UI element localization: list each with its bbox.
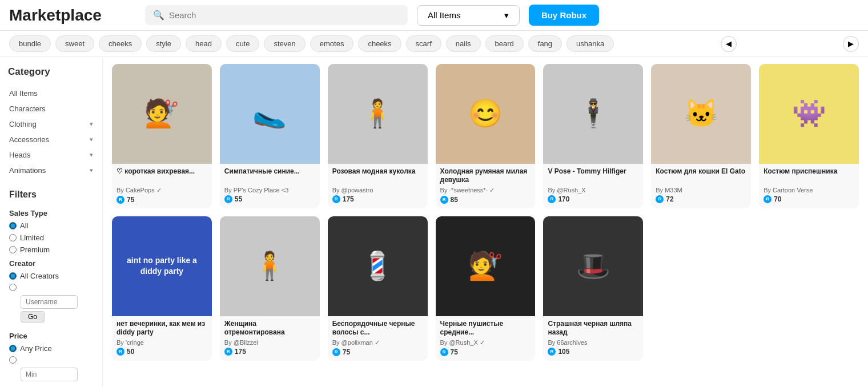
item-price-row: R72 bbox=[656, 195, 746, 203]
tag-chip[interactable]: fang bbox=[528, 35, 562, 52]
item-price-row: R175 bbox=[224, 348, 315, 356]
item-name: Симпатичные синие... bbox=[224, 167, 315, 186]
tag-chip[interactable]: cheeks bbox=[99, 35, 142, 52]
creator-all-option[interactable]: All Creators bbox=[5, 270, 98, 282]
sidebar-item-animations[interactable]: Animations bbox=[5, 163, 98, 178]
item-price-row: R50 bbox=[116, 348, 207, 356]
sidebar-item-clothing[interactable]: Clothing bbox=[5, 116, 98, 132]
tag-chip[interactable]: scarf bbox=[406, 35, 441, 52]
item-card[interactable]: 👾Костюм приспешникаBy Cartoon VerseR70 bbox=[759, 64, 859, 208]
item-name: Страшная черная шляпа назад bbox=[548, 320, 638, 338]
item-image-icon: 🧍 bbox=[360, 98, 395, 130]
item-card[interactable]: 😊Холодная румяная милая девушкаBy -*swee… bbox=[436, 64, 536, 208]
item-creator: By @Rush_X ✓ bbox=[440, 339, 531, 346]
item-name: Костюм для кошки El Gato bbox=[656, 167, 746, 186]
sales-all-option[interactable]: All bbox=[5, 220, 98, 232]
go-button[interactable]: Go bbox=[21, 311, 45, 322]
item-card[interactable]: 🕴V Pose - Tommy HilfigerBy @Rush_XR170 bbox=[543, 64, 643, 208]
tag-chip[interactable]: beard bbox=[485, 35, 524, 52]
item-image-icon: 💈 bbox=[360, 250, 395, 282]
item-name: ♡ короткая вихревая... bbox=[116, 167, 207, 186]
search-input[interactable] bbox=[169, 10, 400, 20]
item-price-value: 72 bbox=[666, 195, 673, 203]
sidebar-item-heads[interactable]: Heads bbox=[5, 147, 98, 163]
item-card[interactable]: 🐱Костюм для кошки El GatoBy M33MR72 bbox=[651, 64, 751, 208]
tag-chip[interactable]: steven bbox=[264, 35, 305, 52]
sales-type-label: Sales Type bbox=[5, 205, 98, 220]
item-card[interactable]: 🧍Розовая модная куколкаBy @powastroR175 bbox=[328, 64, 428, 208]
item-price-row: R70 bbox=[763, 195, 854, 203]
sidebar-item-all-items[interactable]: All Items bbox=[5, 86, 98, 101]
price-any-option[interactable]: Any Price bbox=[5, 342, 98, 354]
item-image-icon: 🐱 bbox=[684, 98, 718, 130]
item-card[interactable]: 🎩Страшная черная шляпа назадBy 66archive… bbox=[543, 216, 643, 361]
robux-icon: R bbox=[224, 348, 232, 356]
robux-icon: R bbox=[332, 348, 340, 356]
sales-limited-option[interactable]: Limited bbox=[5, 232, 98, 244]
robux-icon: R bbox=[763, 195, 771, 203]
item-card[interactable]: 💈Беспорядочные черные волосы с...By @pol… bbox=[328, 216, 428, 361]
filters-title: Filters bbox=[5, 187, 98, 202]
tags-next-button[interactable]: ▶ bbox=[843, 36, 859, 52]
robux-icon: R bbox=[656, 195, 664, 203]
item-name: Черные пушистые средние... bbox=[440, 320, 531, 338]
item-image-icon: 💇 bbox=[468, 250, 503, 282]
item-price-value: 175 bbox=[343, 195, 354, 203]
item-image-icon: 💇 bbox=[144, 98, 179, 130]
price-section: Price Any Price bbox=[5, 328, 98, 381]
robux-icon: R bbox=[332, 195, 340, 203]
tags-row: bundlesweetcheeksstyleheadcutestevenemot… bbox=[0, 31, 868, 57]
sidebar-item-accessories[interactable]: Accessories bbox=[5, 132, 98, 147]
item-price-value: 105 bbox=[558, 348, 569, 356]
tag-chip[interactable]: cheeks bbox=[358, 35, 401, 52]
item-price-value: 70 bbox=[774, 195, 781, 203]
tag-chip[interactable]: cute bbox=[226, 35, 260, 52]
item-price-value: 55 bbox=[235, 195, 242, 203]
item-creator: By @polixman ✓ bbox=[332, 339, 423, 346]
tag-chip[interactable]: head bbox=[186, 35, 222, 52]
sidebar: Category All ItemsCharactersClothingAcce… bbox=[0, 57, 103, 387]
item-creator: By 66archives bbox=[548, 339, 638, 346]
tag-chip[interactable]: ushanka bbox=[566, 35, 614, 52]
filters-section: Filters Sales Type All Limited Premium C… bbox=[5, 187, 98, 381]
robux-icon: R bbox=[116, 348, 124, 356]
search-icon: 🔍 bbox=[153, 10, 164, 21]
item-name: Холодная румяная милая девушка bbox=[440, 167, 531, 186]
item-creator: By @Rush_X bbox=[548, 187, 638, 194]
item-price-row: R55 bbox=[224, 195, 315, 203]
tag-chip[interactable]: emotes bbox=[310, 35, 354, 52]
item-image-icon: 😊 bbox=[468, 98, 503, 130]
chevron-down-icon: ▾ bbox=[504, 10, 509, 21]
buy-robux-button[interactable]: Buy Robux bbox=[529, 5, 599, 26]
sidebar-item-characters[interactable]: Characters bbox=[5, 101, 98, 116]
robux-icon: R bbox=[548, 348, 556, 356]
main-layout: Category All ItemsCharactersClothingAcce… bbox=[0, 57, 868, 387]
tags-prev-button[interactable]: ◀ bbox=[721, 36, 737, 52]
item-creator: By @powastro bbox=[332, 187, 423, 194]
tag-chip[interactable]: style bbox=[146, 35, 181, 52]
username-input[interactable] bbox=[21, 295, 78, 309]
item-card[interactable]: 💇♡ короткая вихревая...By CakePops ✓R75 bbox=[112, 64, 212, 208]
all-items-dropdown[interactable]: All Items ▾ bbox=[417, 5, 520, 26]
item-price-value: 85 bbox=[451, 196, 458, 204]
item-price-row: R105 bbox=[548, 348, 638, 356]
price-min-option[interactable] bbox=[5, 354, 98, 365]
item-creator: By Cartoon Verse bbox=[763, 187, 854, 194]
item-card[interactable]: 🧍Женщина отремонтированаBy @BlizzeiR175 bbox=[220, 216, 320, 361]
robux-icon: R bbox=[116, 196, 124, 204]
item-card[interactable]: aint no party like a diddy partyнет вече… bbox=[112, 216, 212, 361]
item-image-icon: 🕴 bbox=[576, 98, 610, 130]
item-card[interactable]: 💇Черные пушистые средние...By @Rush_X ✓R… bbox=[436, 216, 536, 361]
tag-chip[interactable]: nails bbox=[446, 35, 481, 52]
sales-premium-option[interactable]: Premium bbox=[5, 244, 98, 256]
robux-icon: R bbox=[440, 196, 448, 204]
creator-username-option[interactable] bbox=[5, 282, 98, 293]
item-price-value: 75 bbox=[343, 348, 350, 356]
min-price-input[interactable] bbox=[21, 368, 78, 381]
item-image-icon: 🧍 bbox=[252, 250, 287, 282]
items-grid: 💇♡ короткая вихревая...By CakePops ✓R75🥿… bbox=[112, 64, 859, 361]
tag-chip[interactable]: bundle bbox=[9, 35, 51, 52]
item-image-icon: 👾 bbox=[792, 98, 826, 130]
tag-chip[interactable]: sweet bbox=[55, 35, 94, 52]
item-card[interactable]: 🥿Симпатичные синие...By PP's Cozy Place … bbox=[220, 64, 320, 208]
